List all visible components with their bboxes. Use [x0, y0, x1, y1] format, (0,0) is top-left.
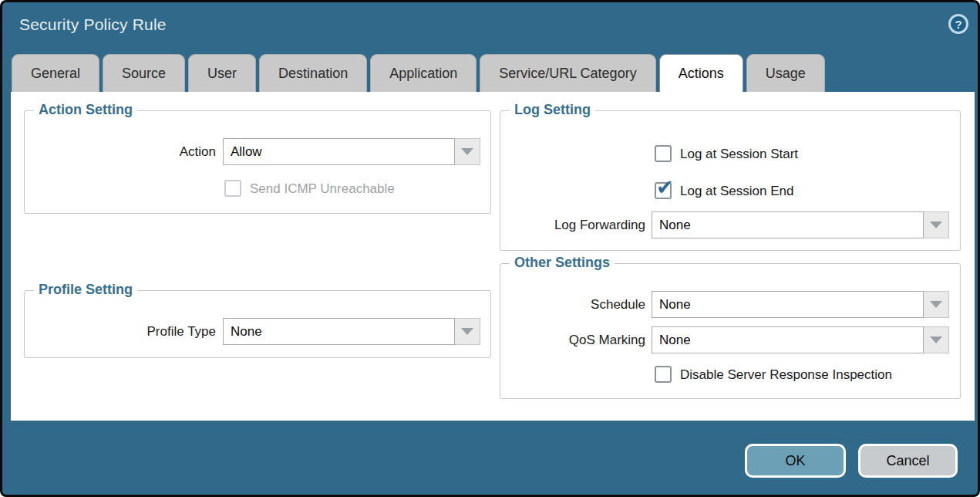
log-at-session-start-label: Log at Session Start — [680, 145, 798, 162]
dropdown-arrow-icon — [930, 336, 942, 343]
tab-usage[interactable]: Usage — [746, 54, 825, 92]
other-settings-group: Other Settings Schedule None QoS Marking… — [500, 263, 961, 399]
log-forwarding-select-value: None — [652, 211, 924, 238]
log-setting-legend: Log Setting — [510, 102, 595, 118]
profile-setting-legend: Profile Setting — [34, 282, 137, 298]
dropdown-arrow-icon — [461, 328, 473, 335]
schedule-label: Schedule — [500, 291, 645, 318]
profile-setting-group: Profile Setting Profile Type None — [24, 290, 491, 358]
log-forwarding-label: Log Forwarding — [500, 211, 645, 238]
action-setting-group: Action Setting Action Allow ✔ Send ICMP … — [24, 110, 491, 214]
log-at-session-end-checkbox[interactable]: ✔ — [655, 182, 672, 199]
schedule-select-value: None — [652, 291, 924, 318]
qos-marking-label: QoS Marking — [500, 326, 645, 353]
qos-marking-select-arrow-button[interactable] — [924, 326, 949, 353]
ok-button[interactable]: OK — [745, 444, 846, 478]
log-at-session-end-label: Log at Session End — [680, 182, 793, 199]
profile-type-select-arrow-button[interactable] — [455, 318, 480, 345]
tab-general[interactable]: General — [12, 54, 99, 92]
send-icmp-unreachable-label: Send ICMP Unreachable — [250, 180, 395, 197]
content-panel: Action Setting Action Allow ✔ Send ICMP … — [11, 92, 975, 421]
check-icon: ✔ — [656, 177, 674, 198]
log-forwarding-select-arrow-button[interactable] — [924, 211, 949, 238]
action-select-value: Allow — [223, 138, 455, 165]
dropdown-arrow-icon — [930, 301, 942, 308]
help-icon-glyph: ? — [955, 18, 961, 31]
tab-actions[interactable]: Actions — [659, 54, 743, 92]
log-forwarding-select[interactable]: None — [652, 211, 949, 238]
profile-type-label: Profile Type — [25, 318, 216, 345]
action-label: Action — [25, 138, 216, 165]
schedule-select-arrow-button[interactable] — [924, 291, 949, 318]
schedule-select[interactable]: None — [652, 291, 949, 318]
action-setting-legend: Action Setting — [34, 102, 137, 118]
profile-type-select-value: None — [223, 318, 455, 345]
other-settings-legend: Other Settings — [510, 255, 615, 271]
tab-user[interactable]: User — [188, 54, 256, 92]
help-icon[interactable]: ? — [948, 14, 968, 34]
dropdown-arrow-icon — [930, 221, 942, 228]
disable-server-response-inspection-label: Disable Server Response Inspection — [680, 366, 892, 383]
security-policy-rule-dialog: Security Policy Rule ? General Source Us… — [0, 0, 980, 497]
tab-service-url-category[interactable]: Service/URL Category — [480, 54, 655, 92]
log-at-session-start-checkbox[interactable]: ✔ — [655, 145, 672, 162]
tab-bar: General Source User Destination Applicat… — [12, 54, 825, 92]
action-select[interactable]: Allow — [223, 138, 480, 165]
disable-server-response-inspection-checkbox[interactable]: ✔ — [655, 366, 672, 383]
send-icmp-unreachable-checkbox: ✔ — [224, 180, 241, 197]
cancel-button[interactable]: Cancel — [858, 444, 958, 478]
qos-marking-select[interactable]: None — [652, 326, 949, 353]
log-setting-group: Log Setting ✔ Log at Session Start ✔ Log… — [500, 110, 961, 251]
tab-application[interactable]: Application — [370, 54, 477, 92]
qos-marking-select-value: None — [652, 326, 924, 353]
tab-destination[interactable]: Destination — [259, 54, 367, 92]
profile-type-select[interactable]: None — [223, 318, 480, 345]
dropdown-arrow-icon — [461, 148, 473, 155]
tab-source[interactable]: Source — [103, 54, 185, 92]
dialog-title: Security Policy Rule — [19, 15, 167, 34]
action-select-arrow-button[interactable] — [455, 138, 480, 165]
